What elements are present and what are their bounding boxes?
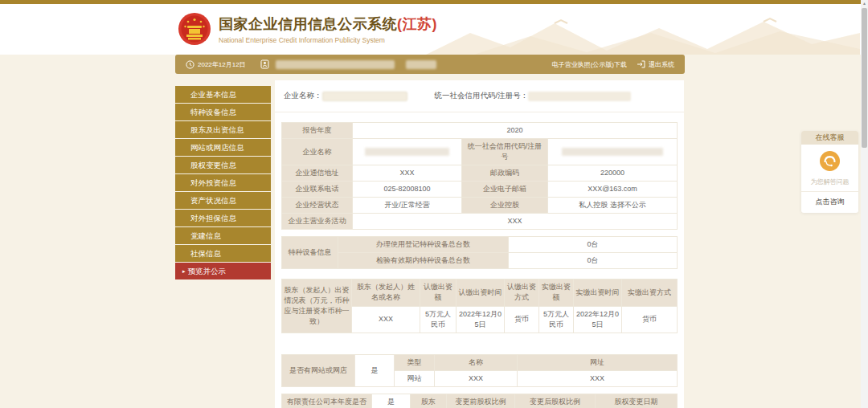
logged-in-entity [260, 59, 436, 69]
col-header-shareholder-name: 股东（发起人）姓名或名称 [352, 279, 420, 306]
equipment-group-label: 特种设备信息 [282, 237, 338, 269]
sidebar-item-shareholders[interactable]: 股东及出资信息 [175, 121, 271, 138]
table-header-row: 是否有网站或网店 是 类型 名称 网址 [282, 354, 678, 370]
company-name-label: 企业名称： [284, 91, 322, 101]
subscribed-amount-value: 5万元人民币 [420, 306, 457, 333]
brand-text: 国家企业信用信息公示系统(江苏) National Enterprise Cre… [219, 14, 437, 44]
col-header-paid-amount: 实缴出资额 [539, 279, 574, 306]
equipment-valid-label: 检验有效期内特种设备总台数 [338, 253, 509, 269]
online-service-subtitle: 为您解答问题 [801, 177, 858, 186]
redacted-credit-code-value [528, 92, 631, 101]
site-header: 国家企业信用信息公示系统(江苏) National Enterprise Cre… [0, 4, 868, 55]
equipment-registered-label: 办理使用登记特种设备总台数 [338, 237, 509, 253]
redacted-credit-code-cell [548, 139, 678, 165]
col-header-ratio-before: 变更前股权比例 [447, 394, 515, 408]
table-row: 企业经营状态 开业/正常经营 企业控股 私人控股 选择不公示 [282, 198, 678, 214]
session-toolbar: 2022年12月12日 电子营业执照(公示版)下载 退出系统 [175, 55, 685, 74]
col-header-paid-method: 实缴出资方式 [622, 279, 678, 306]
status-label: 企业经营状态 [282, 198, 353, 214]
website-name-value: XXX [435, 370, 518, 386]
email-value: XXX@163.com [548, 182, 678, 198]
table-row: 企业名称 统一社会信用代码/注册号 [282, 139, 678, 165]
website-question-label: 是否有网站或网店 [282, 354, 355, 386]
website-answer-value: 是 [355, 354, 395, 386]
national-emblem-logo [178, 12, 211, 46]
redacted-company-name-value [322, 92, 407, 101]
equity-change-table: 有限责任公司本年度是否 是 股东 变更前股权比例 变更后股权比例 股权变更日期 [281, 394, 678, 408]
logout-button[interactable]: 退出系统 [637, 60, 674, 69]
table-row: 检验有效期内特种设备总台数 0台 [282, 253, 678, 269]
customer-service-icon [819, 150, 841, 172]
brand: 国家企业信用信息公示系统(江苏) National Enterprise Cre… [178, 12, 437, 46]
consult-button[interactable]: 点击咨询 [801, 191, 858, 213]
sidebar-item-outbound-investment[interactable]: 对外投资信息 [175, 174, 271, 191]
credit-code-label: 统一社会信用代码/注册号： [435, 91, 529, 101]
title-region: (江苏) [397, 16, 437, 32]
phone-label: 企业联系电话 [282, 182, 353, 198]
online-service-panel: 在线客服 为您解答问题 点击咨询 [801, 131, 858, 213]
col-header-subscribed-amount: 认缴出资额 [420, 279, 457, 306]
email-label: 企业电子邮箱 [462, 182, 548, 198]
table-row: 企业通信地址 XXX 邮政编码 220000 [282, 165, 678, 182]
sidebar-item-preview-publish[interactable]: ▸预览并公示 [175, 263, 271, 279]
report-year-label: 报告年度 [282, 123, 353, 139]
holding-value: 私人控股 选择不公示 [548, 198, 678, 214]
col-header-subscribed-method: 认缴出资方式 [505, 279, 539, 306]
page-title: 国家企业信用信息公示系统(江苏) [219, 14, 437, 34]
company-name-cell-label: 企业名称 [282, 139, 353, 165]
basic-info-table: 报告年度 2020 企业名称 统一社会信用代码/注册号 企业通信地址 XXX 邮… [281, 122, 678, 230]
paid-amount-value: 5万元人民币 [539, 306, 574, 333]
status-value: 开业/正常经营 [353, 198, 462, 214]
main-business-value: XXX [353, 214, 678, 230]
panel-header: 企业名称： 统一社会信用代码/注册号： [275, 80, 684, 112]
scrollbar[interactable]: ▲ [861, 0, 868, 408]
sidebar-item-social-security[interactable]: 社保信息 [175, 245, 271, 262]
sidebar-item-equity-change[interactable]: 股权变更信息 [175, 157, 271, 173]
sidebar-item-party-building[interactable]: 党建信息 [175, 227, 271, 244]
download-license-button[interactable]: 电子营业执照(公示版)下载 [552, 60, 627, 69]
redaction-blur [562, 148, 663, 156]
sidebar-item-assets[interactable]: 资产状况信息 [175, 192, 271, 209]
col-header-subscribed-date: 认缴出资时间 [457, 279, 505, 306]
col-header-change-date: 股权变更日期 [596, 394, 678, 408]
credit-code-group: 统一社会信用代码/注册号： [435, 91, 632, 101]
credit-code-cell-label: 统一社会信用代码/注册号 [462, 139, 548, 165]
col-header-shareholder: 股东 [411, 394, 447, 408]
shareholder-name-value: XXX [352, 306, 420, 333]
paid-method-value: 货币 [622, 306, 678, 333]
main-business-label: 企业主营业务活动 [282, 214, 353, 230]
date-display: 2022年12月12日 [186, 60, 246, 69]
redacted-company-name-cell [353, 139, 462, 165]
postcode-label: 邮政编码 [462, 165, 548, 182]
sidebar-item-guarantees[interactable]: 对外担保信息 [175, 210, 271, 226]
equipment-registered-value: 0台 [509, 237, 678, 253]
shareholder-table: 股东（发起人）出资情况表（万元，币种应与注册资本币种一致） 股东（发起人）姓名或… [281, 279, 678, 333]
redacted-company-name-suffix [406, 60, 436, 69]
sidebar-item-websites[interactable]: 网站或网店信息 [175, 139, 271, 156]
postcode-value: 220000 [548, 165, 678, 182]
logout-icon [637, 60, 645, 68]
website-type-value: 网站 [395, 370, 435, 386]
sidebar-item-special-equipment[interactable]: 特种设备信息 [175, 104, 271, 120]
col-header-paid-date: 实缴出资时间 [574, 279, 622, 306]
table-row: 报告年度 2020 [282, 123, 678, 139]
table-row: 企业联系电话 025-82008100 企业电子邮箱 XXX@163.com [282, 182, 678, 198]
table-header-row: 股东（发起人）出资情况表（万元，币种应与注册资本币种一致） 股东（发起人）姓名或… [282, 279, 678, 306]
scroll-up-arrow-icon[interactable]: ▲ [861, 0, 868, 7]
equity-answer-value: 是 [372, 394, 411, 408]
website-table: 是否有网站或网店 是 类型 名称 网址 网站 XXX XXX [281, 354, 678, 387]
online-service-title: 在线客服 [801, 131, 858, 145]
logout-label: 退出系统 [649, 60, 674, 69]
paid-date-value: 2022年12月05日 [574, 306, 622, 333]
col-header-url: 网址 [518, 354, 678, 370]
address-label: 企业通信地址 [282, 165, 353, 182]
scrollbar-thumb[interactable] [862, 8, 867, 148]
col-header-name: 名称 [435, 354, 518, 370]
sidebar-item-basic-info[interactable]: 企业基本信息 [175, 86, 271, 103]
greatwall-watermark-image [426, 9, 860, 55]
table-header-row: 有限责任公司本年度是否 是 股东 变更前股权比例 变更后股权比例 股权变更日期 [282, 394, 678, 408]
title-cn: 国家企业信用信息公示系统 [219, 16, 397, 32]
active-arrow-icon: ▸ [182, 268, 186, 274]
clock-icon [186, 60, 194, 69]
table-row: 企业主营业务活动 XXX [282, 214, 678, 230]
